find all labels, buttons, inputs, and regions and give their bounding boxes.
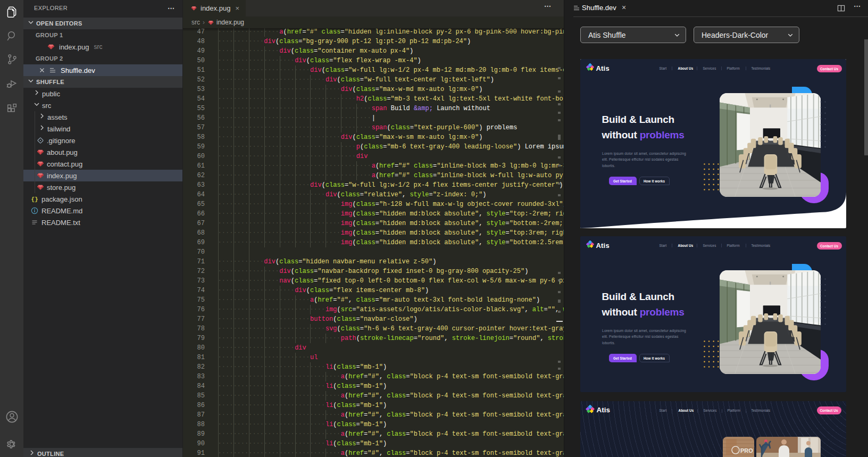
svg-text:PRO: PRO [740, 447, 753, 454]
svg-text:{}: {} [31, 196, 38, 203]
